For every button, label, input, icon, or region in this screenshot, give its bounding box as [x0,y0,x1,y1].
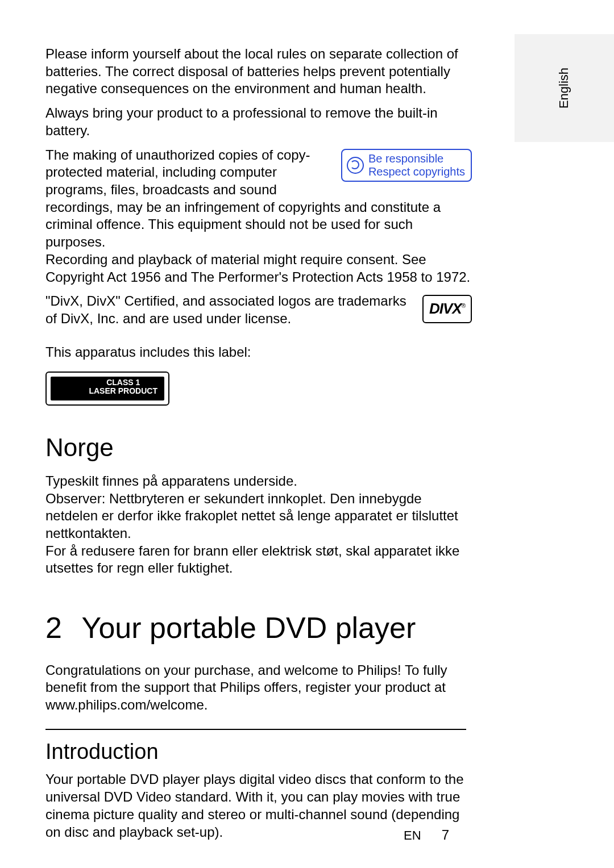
footer-lang: EN [404,828,421,843]
chapter-heading: 2 Your portable DVD player [45,609,472,647]
norge-heading: Norge [45,432,472,464]
norge-p2: Observer: Nettbryteren er sekundert innk… [45,490,472,542]
divx-logo-text: DIVX [429,300,462,317]
apparatus-label-heading: This apparatus includes this label: [45,344,472,361]
page-content: Please inform yourself about the local r… [45,45,472,841]
section-heading: Introduction [45,738,472,766]
chapter-intro: Congratulations on your purchase, and we… [45,662,472,714]
laser-line1: CLASS 1 [89,378,157,387]
copyright-line2: Respect copyrights [368,165,465,178]
norge-p3: For å redusere faren for brann eller ele… [45,542,472,577]
footer-page-number: 7 [442,827,449,843]
language-tab: English [515,34,614,142]
norge-p1: Typeskilt finnes på apparatens underside… [45,473,472,490]
class1-laser-label: CLASS 1 LASER PRODUCT [45,372,169,406]
page-footer: EN 7 [404,827,449,843]
chapter-title: Your portable DVD player [82,611,416,644]
divx-logo-box: DIVX® [422,295,472,323]
paragraph-remove-battery: Always bring your product to a professio… [45,105,472,139]
laser-line2: LASER PRODUCT [89,387,157,395]
copyright-line1: Be responsible [368,152,465,165]
paragraph-battery-rules: Please inform yourself about the local r… [45,45,472,98]
language-tab-label: English [557,68,572,108]
recycle-icon [347,157,364,174]
section-divider [45,729,466,730]
paragraph-divx-trademark: "DivX, DivX" Certified, and associated l… [45,293,472,327]
paragraph-recording-consent: Recording and playback of material might… [45,251,472,286]
copyright-responsibility-box: Be responsible Respect copyrights [341,149,472,182]
chapter-number: 2 [45,609,74,647]
